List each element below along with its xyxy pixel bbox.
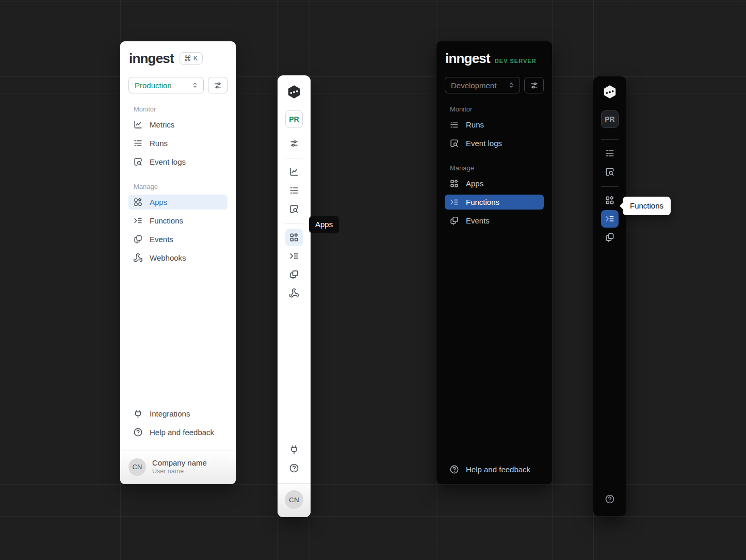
functions-icon xyxy=(605,214,615,224)
sidebar-item-integrations[interactable] xyxy=(285,441,303,458)
webhooks-icon xyxy=(133,253,143,263)
apps-icon xyxy=(449,179,459,188)
sidebar-item-event-logs[interactable]: Event logs xyxy=(128,154,228,169)
sliders-icon xyxy=(529,81,539,90)
sidebar-item-events[interactable]: Events xyxy=(445,213,544,228)
divider xyxy=(601,186,619,187)
plug-icon xyxy=(133,409,143,419)
sidebar-item-events[interactable]: Events xyxy=(128,232,228,247)
chevrons-up-down-icon xyxy=(507,81,515,89)
sidebar-dark-expanded: inngest DEV SERVER Development Monitor R… xyxy=(436,41,552,484)
sidebar-item-help[interactable]: Help and feedback xyxy=(445,462,544,477)
runs-icon xyxy=(605,148,615,158)
divider xyxy=(601,139,619,140)
sidebar-item-integrations[interactable]: Integrations xyxy=(128,406,228,421)
apps-icon xyxy=(605,195,615,205)
environment-row: Production xyxy=(128,77,228,93)
events-icon xyxy=(133,234,143,244)
command-k-shortcut[interactable]: ⌘ K xyxy=(180,52,203,65)
sidebar-item-runs[interactable]: Runs xyxy=(445,117,544,132)
webhooks-icon xyxy=(289,288,299,298)
filter-button[interactable] xyxy=(208,77,228,93)
sliders-icon xyxy=(213,81,223,90)
sidebar-item-metrics[interactable] xyxy=(285,163,303,181)
logo-row: inngest DEV SERVER xyxy=(445,52,544,65)
metrics-icon xyxy=(289,167,299,177)
chevrons-up-down-icon xyxy=(191,81,199,89)
item-label: Runs xyxy=(466,120,484,129)
help-icon xyxy=(133,427,143,437)
sidebar-item-runs[interactable] xyxy=(285,182,303,199)
plug-icon xyxy=(289,444,299,455)
grid-line xyxy=(0,539,746,539)
sidebar-light-expanded: inngest ⌘ K Production Monitor Metrics R… xyxy=(120,41,236,484)
item-label: Functions xyxy=(466,198,499,206)
sidebar-item-webhooks[interactable]: Webhooks xyxy=(128,250,228,265)
item-label: Event logs xyxy=(466,139,502,148)
grid-line xyxy=(0,41,746,41)
runs-icon xyxy=(133,138,143,148)
sidebar-item-event-logs[interactable]: Event logs xyxy=(445,136,544,151)
sidebar-item-apps[interactable]: Apps xyxy=(445,176,544,191)
sidebar-item-runs[interactable]: Runs xyxy=(128,136,228,151)
account-menu[interactable]: CN xyxy=(278,483,311,517)
filter-button[interactable] xyxy=(285,135,303,152)
apps-icon xyxy=(289,232,299,243)
grid-line xyxy=(236,0,236,560)
events-icon xyxy=(289,269,299,280)
sidebar-item-help[interactable]: Help and feedback xyxy=(128,425,228,440)
item-label: Event logs xyxy=(150,157,186,166)
inngest-logo: inngest xyxy=(129,52,174,65)
sidebar-item-apps[interactable] xyxy=(285,229,303,246)
sliders-icon xyxy=(289,138,299,149)
sidebar-item-events[interactable] xyxy=(601,229,619,246)
sidebar-item-apps[interactable] xyxy=(601,191,619,209)
dev-server-label: DEV SERVER xyxy=(495,58,537,64)
grid-line xyxy=(0,484,746,485)
environment-badge[interactable]: PR xyxy=(601,110,619,128)
user-name: User name xyxy=(152,468,207,476)
event-logs-icon xyxy=(605,167,615,177)
functions-icon xyxy=(133,216,143,226)
grid-line xyxy=(0,516,746,517)
environment-badge[interactable]: PR xyxy=(285,110,303,128)
sidebar-item-functions[interactable] xyxy=(601,210,619,228)
sidebar-item-apps[interactable]: Apps xyxy=(128,195,228,210)
help-icon xyxy=(289,463,299,473)
inngest-logo-icon[interactable] xyxy=(286,84,302,100)
command-icon: ⌘ xyxy=(184,54,191,63)
avatar: CN xyxy=(128,458,146,476)
environment-value: Production xyxy=(135,81,172,90)
item-label: Help and feedback xyxy=(150,428,214,437)
sidebar-item-functions[interactable]: Functions xyxy=(128,213,228,228)
spacer xyxy=(128,269,228,406)
help-icon xyxy=(449,465,459,474)
divider xyxy=(285,158,303,158)
divider xyxy=(285,223,303,224)
sidebar-item-functions[interactable] xyxy=(285,247,303,265)
logo-row: inngest ⌘ K xyxy=(129,52,228,65)
sidebar-item-events[interactable] xyxy=(285,266,303,283)
sidebar-item-help[interactable] xyxy=(285,459,303,477)
sidebar-item-help[interactable] xyxy=(601,490,619,508)
environment-select[interactable]: Production xyxy=(128,77,204,93)
grid-line xyxy=(0,76,746,77)
sidebar-item-metrics[interactable]: Metrics xyxy=(128,117,228,132)
item-label: Events xyxy=(466,216,490,225)
grid-line xyxy=(0,2,746,2)
sidebar-item-functions[interactable]: Functions xyxy=(445,195,544,210)
account-menu[interactable]: CN Company name User name xyxy=(120,451,236,484)
filter-button[interactable] xyxy=(524,77,544,93)
item-label: Apps xyxy=(150,198,167,206)
item-label: Help and feedback xyxy=(466,465,530,474)
account-text: Company name User name xyxy=(152,458,207,476)
sidebar-item-webhooks[interactable] xyxy=(285,284,303,302)
inngest-logo-icon[interactable] xyxy=(602,84,618,100)
tooltip-functions: Functions xyxy=(623,197,671,215)
functions-icon xyxy=(449,197,459,207)
environment-select[interactable]: Development xyxy=(445,77,520,93)
sidebar-item-runs[interactable] xyxy=(601,145,619,162)
shortcut-key: K xyxy=(193,54,198,62)
sidebar-item-event-logs[interactable] xyxy=(285,200,303,218)
sidebar-item-event-logs[interactable] xyxy=(601,163,619,181)
